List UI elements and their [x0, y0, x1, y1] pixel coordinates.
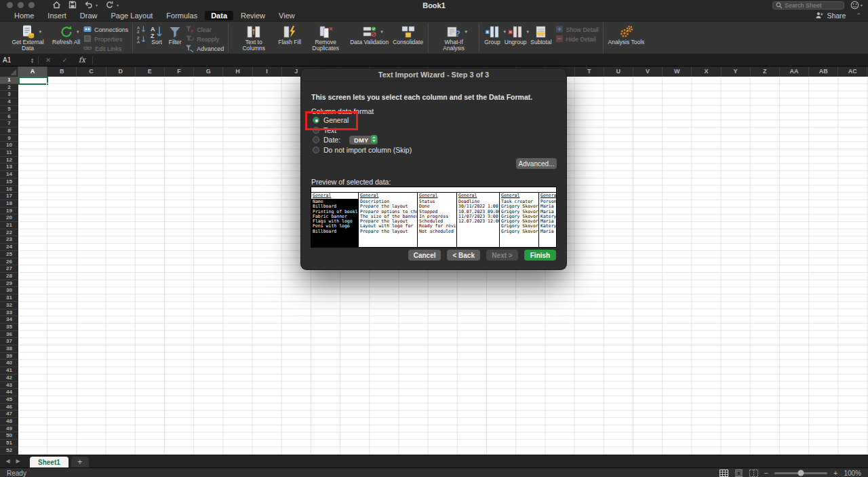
- row-header-24[interactable]: 24: [0, 244, 18, 251]
- ribbon-sort-button[interactable]: AZSort: [147, 23, 166, 47]
- row-header-40[interactable]: 40: [0, 360, 18, 367]
- column-header-c[interactable]: C: [77, 66, 106, 77]
- insert-function-icon[interactable]: fx: [73, 56, 91, 64]
- row-header-11[interactable]: 11: [0, 149, 18, 157]
- row-header-8[interactable]: 8: [0, 128, 18, 135]
- back-button[interactable]: < Back: [447, 250, 480, 261]
- row-header-7[interactable]: 7: [0, 120, 18, 128]
- row-header-26[interactable]: 26: [0, 259, 18, 266]
- row-header-23[interactable]: 23: [0, 236, 18, 244]
- preview-column-5[interactable]: GeneralTask creatorGrigory SkovorodaGrig…: [500, 193, 539, 247]
- menu-tab-insert[interactable]: Insert: [41, 11, 73, 20]
- ribbon-subtotal-button[interactable]: Subtotal: [528, 23, 553, 47]
- row-header-34[interactable]: 34: [0, 316, 18, 324]
- column-header-b[interactable]: B: [47, 66, 77, 77]
- row-header-36[interactable]: 36: [0, 331, 18, 339]
- row-header-28[interactable]: 28: [0, 273, 18, 280]
- zoom-slider-knob[interactable]: [797, 470, 804, 476]
- add-sheet-button[interactable]: +: [71, 457, 89, 468]
- ribbon-refresh-all-button[interactable]: ▾Refresh All: [50, 23, 82, 47]
- preview-column-4[interactable]: GeneralDeadline30/11/2022 1:00:0010.07.2…: [457, 193, 500, 247]
- row-header-27[interactable]: 27: [0, 265, 18, 273]
- row-header-52[interactable]: 52: [0, 447, 18, 455]
- feedback-smiley-icon[interactable]: ▾: [850, 1, 863, 9]
- column-header-ab[interactable]: AB: [809, 66, 838, 77]
- finish-button[interactable]: Finish: [524, 250, 556, 261]
- format-option-do-not-import-column-skip[interactable]: Do not import column (Skip): [313, 145, 550, 155]
- radio-text[interactable]: [313, 127, 319, 134]
- format-option-text[interactable]: Text: [313, 126, 550, 136]
- row-header-41[interactable]: 41: [0, 367, 18, 375]
- date-format-dropdown[interactable]: DMY: [349, 136, 378, 145]
- column-header-d[interactable]: D: [106, 66, 136, 77]
- row-header-51[interactable]: 51: [0, 440, 18, 447]
- row-header-18[interactable]: 18: [0, 200, 18, 208]
- menu-tab-review[interactable]: Review: [235, 11, 271, 20]
- ribbon-flash-fill-button[interactable]: Flash Fill: [276, 23, 303, 47]
- row-header-39[interactable]: 39: [0, 353, 18, 360]
- collapse-ribbon-icon[interactable]: ⌃: [856, 12, 861, 19]
- next-sheet-icon[interactable]: ▶: [13, 458, 23, 464]
- column-header-z[interactable]: Z: [751, 66, 780, 77]
- row-header-30[interactable]: 30: [0, 287, 18, 294]
- cancel-button[interactable]: Cancel: [408, 250, 441, 261]
- column-header-a[interactable]: A: [18, 66, 47, 77]
- row-header-46[interactable]: 46: [0, 404, 18, 411]
- column-header-u[interactable]: U: [604, 66, 633, 77]
- row-header-14[interactable]: 14: [0, 171, 18, 178]
- row-header-42[interactable]: 42: [0, 375, 18, 382]
- page-layout-view-icon[interactable]: [734, 470, 743, 477]
- column-header-g[interactable]: G: [194, 66, 223, 77]
- zoom-slider[interactable]: [774, 472, 827, 474]
- sheet-tab-sheet1[interactable]: Sheet1: [30, 457, 68, 468]
- share-button[interactable]: Share ⌃: [815, 12, 861, 20]
- row-header-4[interactable]: 4: [0, 98, 18, 106]
- radio-general[interactable]: [313, 117, 319, 123]
- row-header-15[interactable]: 15: [0, 178, 18, 186]
- advanced-button[interactable]: Advanced...: [516, 158, 557, 169]
- row-header-50[interactable]: 50: [0, 432, 18, 440]
- ribbon-analysis-tools-button[interactable]: Analysis Tools: [606, 23, 647, 47]
- menu-tab-view[interactable]: View: [273, 11, 301, 20]
- column-header-w[interactable]: W: [663, 66, 692, 77]
- preview-column-1[interactable]: GeneralNameBillboardPrinting of booklets…: [311, 193, 359, 247]
- close-window-button[interactable]: [7, 2, 13, 8]
- preview-column-2[interactable]: GeneralDescriptionPrepare the layoutPrep…: [359, 193, 418, 247]
- row-header-32[interactable]: 32: [0, 302, 18, 309]
- ribbon-ungroup-button[interactable]: ▾Ungroup: [502, 23, 529, 47]
- column-header-aa[interactable]: AA: [780, 66, 809, 77]
- search-input[interactable]: [785, 2, 841, 9]
- row-header-2[interactable]: 2: [0, 84, 18, 92]
- row-header-16[interactable]: 16: [0, 186, 18, 193]
- ribbon-what-if-analysis-button[interactable]: ?▾What-If Analysis: [431, 23, 476, 53]
- row-header-37[interactable]: 37: [0, 338, 18, 345]
- row-header-31[interactable]: 31: [0, 294, 18, 302]
- minimize-window-button[interactable]: [18, 2, 24, 8]
- column-header-x[interactable]: X: [692, 66, 721, 77]
- row-header-5[interactable]: 5: [0, 106, 18, 113]
- row-header-48[interactable]: 48: [0, 418, 18, 425]
- row-header-45[interactable]: 45: [0, 396, 18, 404]
- ribbon-data-validation-button[interactable]: ▾Data Validation: [348, 23, 391, 47]
- undo-dropdown-icon[interactable]: ▾: [96, 3, 98, 7]
- zoom-out-icon[interactable]: −: [764, 470, 768, 476]
- row-header-10[interactable]: 10: [0, 142, 18, 149]
- row-header-49[interactable]: 49: [0, 425, 18, 433]
- row-header-47[interactable]: 47: [0, 411, 18, 418]
- row-header-17[interactable]: 17: [0, 193, 18, 200]
- fill-handle[interactable]: [46, 83, 49, 85]
- prev-sheet-icon[interactable]: ◀: [3, 458, 13, 464]
- row-header-22[interactable]: 22: [0, 229, 18, 237]
- name-box[interactable]: A1 ▲▼: [0, 54, 37, 66]
- row-header-38[interactable]: 38: [0, 345, 18, 353]
- column-header-v[interactable]: V: [633, 66, 663, 77]
- column-header-i[interactable]: I: [253, 66, 282, 77]
- ribbon-sort-ascending-button[interactable]: AZ: [137, 26, 146, 33]
- active-cell[interactable]: [18, 77, 48, 85]
- menu-tab-formulas[interactable]: Formulas: [160, 11, 203, 20]
- row-header-44[interactable]: 44: [0, 389, 18, 396]
- format-option-date[interactable]: Date:DMY: [313, 135, 550, 145]
- row-header-9[interactable]: 9: [0, 135, 18, 142]
- row-header-3[interactable]: 3: [0, 91, 18, 98]
- menu-tab-draw[interactable]: Draw: [74, 11, 104, 20]
